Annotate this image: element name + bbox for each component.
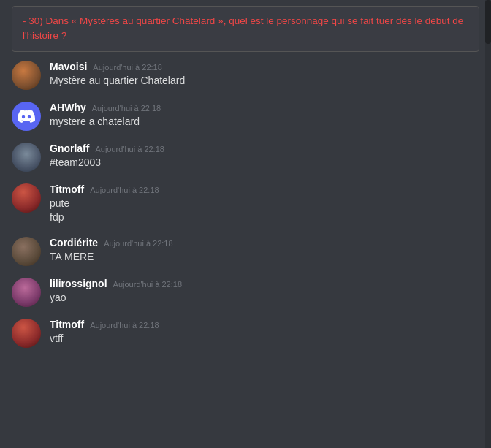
username: AHWhy [50,102,86,113]
username: lilirossignol [50,278,107,289]
message-content: lilirossignolAujourd'hui à 22:18yao [50,278,485,305]
avatar [12,319,41,348]
avatar [12,237,41,266]
username: Cordiérite [50,237,98,248]
svg-point-4 [12,278,41,307]
message-header: TitmoffAujourd'hui à 22:18 [50,319,485,330]
timestamp: Aujourd'hui à 22:18 [93,63,161,72]
message-content: GnorlaffAujourd'hui à 22:18#team2003 [50,143,485,170]
message-text: vtff [50,332,485,346]
chat-container: - 30) Dans « Mystères au quartier Châtel… [0,0,491,448]
message-text: fdp [50,210,485,225]
message-header: AHWhyAujourd'hui à 22:18 [50,102,485,113]
message-group: TitmoffAujourd'hui à 22:18vtff [12,319,485,348]
timestamp: Aujourd'hui à 22:18 [90,321,159,330]
svg-point-2 [12,183,41,213]
timestamp: Aujourd'hui à 22:18 [95,145,164,153]
question-box: - 30) Dans « Mystères au quartier Châtel… [12,6,479,52]
scrollbar[interactable] [485,0,491,448]
message-header: GnorlaffAujourd'hui à 22:18 [50,143,485,154]
svg-point-0 [12,61,41,90]
username: Gnorlaff [50,143,89,154]
svg-point-5 [12,319,41,348]
message-group: CordiériteAujourd'hui à 22:18TA MERE [12,237,485,266]
avatar [12,183,41,213]
message-text: #team2003 [50,156,485,170]
avatar [12,278,41,307]
timestamp: Aujourd'hui à 22:18 [92,104,161,113]
message-text: yao [50,291,485,305]
message-content: MavoisiAujourd'hui à 22:18Mystère au qua… [50,61,485,88]
message-group: AHWhyAujourd'hui à 22:18mystere a chatel… [12,102,485,131]
message-group: TitmoffAujourd'hui à 22:18putefdp [12,183,485,225]
message-text: TA MERE [50,250,485,265]
scrollbar-thumb [485,0,491,44]
message-group: GnorlaffAujourd'hui à 22:18#team2003 [12,143,485,172]
message-text: pute [50,197,485,211]
messages-list: MavoisiAujourd'hui à 22:18Mystère au qua… [0,61,491,449]
question-text: - 30) Dans « Mystères au quartier Châtel… [23,15,463,41]
message-content: TitmoffAujourd'hui à 22:18vtff [50,319,485,346]
message-content: TitmoffAujourd'hui à 22:18putefdp [50,183,485,225]
message-header: TitmoffAujourd'hui à 22:18 [50,183,485,195]
svg-point-1 [12,143,41,172]
avatar [12,102,41,131]
svg-point-3 [12,237,41,266]
message-header: CordiériteAujourd'hui à 22:18 [50,237,485,248]
timestamp: Aujourd'hui à 22:18 [113,280,182,289]
avatar [12,143,41,172]
message-header: MavoisiAujourd'hui à 22:18 [50,61,485,72]
message-content: AHWhyAujourd'hui à 22:18mystere a chatel… [50,102,485,129]
avatar [12,61,41,90]
message-content: CordiériteAujourd'hui à 22:18TA MERE [50,237,485,265]
message-text: Mystère au quartier Chatelard [50,74,485,88]
username: Titmoff [50,319,84,330]
timestamp: Aujourd'hui à 22:18 [90,186,159,194]
username: Titmoff [50,183,84,195]
message-header: lilirossignolAujourd'hui à 22:18 [50,278,485,289]
message-group: lilirossignolAujourd'hui à 22:18yao [12,278,485,307]
message-group: MavoisiAujourd'hui à 22:18Mystère au qua… [12,61,485,90]
username: Mavoisi [50,61,87,72]
message-text: mystere a chatelard [50,115,485,129]
timestamp: Aujourd'hui à 22:18 [104,239,172,248]
